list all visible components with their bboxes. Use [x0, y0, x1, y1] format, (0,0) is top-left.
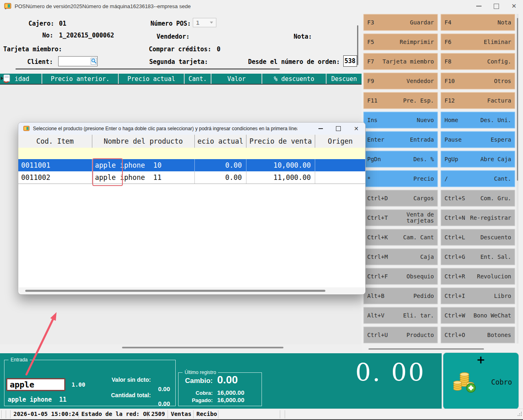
function-button[interactable]: F12 Factura	[440, 92, 515, 109]
function-button[interactable]: PgUp Abre Caja	[440, 151, 515, 168]
function-button[interactable]: Enter Entrada	[363, 131, 438, 148]
function-button[interactable]: Pause Espera	[440, 131, 515, 148]
function-button[interactable]: Ctrl+G Ent. Sal.	[440, 248, 515, 265]
maximize-icon[interactable]	[494, 4, 499, 9]
segunda-tarjeta-label: Segunda tarjeta:	[149, 58, 208, 66]
column-precio-venta[interactable]: Precio de venta	[246, 135, 316, 148]
action-label: Vendedor	[374, 78, 434, 84]
column-descuento[interactable]: Descuen	[327, 74, 362, 84]
shortcut-key-label: *	[367, 175, 370, 182]
no-label: No:	[42, 32, 53, 39]
cell-code: 0011002	[18, 171, 92, 184]
dialog-close-icon[interactable]: ✕	[354, 126, 359, 131]
function-button[interactable]: Ctrl+D Cargos	[363, 190, 438, 207]
function-button[interactable]: Ctrl+N Re-registrar	[440, 209, 515, 226]
function-button[interactable]: F6 Eliminar	[440, 33, 515, 50]
panel-vertical-scrollbar[interactable]	[517, 18, 518, 181]
orden-label: Desde el número de orden:	[248, 58, 340, 66]
entry-input[interactable]	[6, 378, 65, 391]
function-button[interactable]: Ctrl+L Descuento	[440, 229, 515, 246]
shortcut-key-label: F12	[445, 97, 455, 104]
function-button[interactable]: Ctrl+R Revolucion	[440, 268, 515, 285]
orden-input[interactable]	[343, 55, 357, 67]
shortcut-key-label: Ctrl+M	[367, 254, 388, 260]
action-label: Entrada	[384, 137, 434, 143]
column-origen[interactable]: Origen	[315, 135, 365, 148]
resize-grip[interactable]	[518, 412, 522, 416]
function-button[interactable]: Ctrl+M Caja	[363, 248, 438, 265]
column-valor[interactable]: Valor	[211, 74, 262, 84]
ultimo-registro-label: Último registro	[183, 370, 218, 375]
form-horizontal-scrollbar[interactable]	[15, 68, 280, 70]
coins-icon	[452, 368, 478, 394]
function-button[interactable]: F4 Nota	[440, 14, 515, 31]
pos-window: POSNúmero de versión2025Número de máquin…	[0, 0, 523, 420]
product-row[interactable]: 0011001 apple iphone 10 0.00 10,000.00	[18, 159, 365, 171]
function-button[interactable]: Ctrl+K Cam. Cant	[363, 229, 438, 246]
client-search-button[interactable]	[90, 57, 97, 66]
function-button[interactable]: Ins Nuevo	[363, 112, 438, 129]
shortcut-key-label: Enter	[367, 136, 384, 143]
plus-icon: +	[477, 354, 486, 366]
action-label: Cam. Cant	[388, 234, 434, 241]
function-button[interactable]: F11 Pre. Esp.	[363, 92, 438, 109]
column-precio-actual[interactable]: Precio actual	[119, 74, 185, 84]
function-button[interactable]: F3 Guardar	[363, 14, 438, 31]
function-button[interactable]: Home Des. Uni.	[440, 112, 515, 129]
function-button[interactable]: Ctrl+S Com. Gru.	[440, 190, 515, 207]
shortcut-key-label: Home	[445, 117, 458, 123]
column-nombre-producto[interactable]: Nombre del producto	[92, 135, 195, 148]
function-button[interactable]: * Precio	[363, 170, 438, 187]
column-cant[interactable]: Cant.	[185, 74, 211, 84]
cajero-label: Cajero:	[28, 20, 54, 27]
function-button[interactable]: Ctrl+T Venta de tarjetas	[363, 209, 438, 226]
dialog-minimize-icon[interactable]	[318, 128, 323, 129]
function-button[interactable]: Ctrl+I Libro	[440, 287, 515, 304]
function-button[interactable]: F10 Otros	[440, 72, 515, 90]
shortcut-key-label: F4	[445, 19, 451, 26]
function-button[interactable]: F8 Config.	[440, 53, 515, 70]
close-icon[interactable]: ✕	[511, 3, 516, 9]
filter-row[interactable]	[18, 148, 365, 160]
shortcut-key-label: F10	[445, 78, 455, 84]
shortcut-key-label: Ins	[367, 117, 377, 123]
form-vertical-scrollbar[interactable]	[357, 25, 358, 65]
column-precio-anterior[interactable]: Precio anterior.	[42, 74, 119, 84]
status-ventas: Ventas	[171, 411, 192, 417]
cobro-button[interactable]: + Cobro	[443, 352, 519, 409]
numero-pos-select[interactable]: 1	[193, 18, 216, 27]
function-button[interactable]: F5 Reimprimir	[363, 33, 438, 50]
shortcut-key-label: /	[445, 175, 448, 182]
function-button[interactable]: Ctrl+U Producto	[363, 326, 438, 343]
shortcut-key-label: Ctrl+S	[445, 195, 465, 201]
product-row[interactable]: 0011002 apple iphone 11 0.00 11,000.00	[18, 171, 365, 184]
column-descuento-pct[interactable]: % descuento	[262, 74, 327, 84]
function-button[interactable]: F9 Vendedor	[363, 72, 438, 90]
action-label: Pedido	[384, 293, 434, 299]
action-label: Re-registrar	[465, 215, 511, 221]
function-button[interactable]: Alt+V Eli. tar.	[363, 307, 438, 324]
function-button[interactable]: Ctrl+O Botones	[440, 326, 515, 343]
function-button[interactable]: Alt+B Pedido	[363, 287, 438, 304]
column-precio-actual[interactable]: ecio actual	[195, 135, 246, 148]
action-label: Caja	[388, 254, 434, 260]
cell-precio-actual: 0.00	[195, 159, 246, 171]
dialog-maximize-icon[interactable]	[336, 126, 341, 131]
cell-name: apple iphone 11	[92, 171, 195, 184]
dialog-horizontal-scrollbar[interactable]	[25, 290, 325, 292]
status-separator	[280, 410, 280, 418]
shortcut-key-label: Ctrl+R	[445, 273, 465, 280]
panel-horizontal-scrollbar[interactable]	[368, 348, 484, 350]
main-horizontal-scrollbar[interactable]	[122, 347, 283, 348]
action-label: Producto	[388, 332, 434, 338]
function-button[interactable]: PgDn Des. %	[363, 151, 438, 168]
function-button[interactable]: Ctrl+W Bono WeChat	[440, 307, 515, 324]
function-button[interactable]: Ctrl+F Obsequio	[363, 268, 438, 285]
shortcut-key-label: Ctrl+I	[445, 293, 465, 299]
column-cod-item[interactable]: Cod. Item	[18, 135, 92, 148]
shortcut-key-label: Ctrl+K	[367, 234, 388, 241]
minimize-icon[interactable]	[476, 6, 482, 7]
function-button[interactable]: F7 Tarjeta miembro	[363, 53, 438, 70]
function-button[interactable]: / Cant.	[440, 170, 515, 187]
product-select-dialog: Seleccione el producto (presione Enter o…	[18, 122, 366, 295]
